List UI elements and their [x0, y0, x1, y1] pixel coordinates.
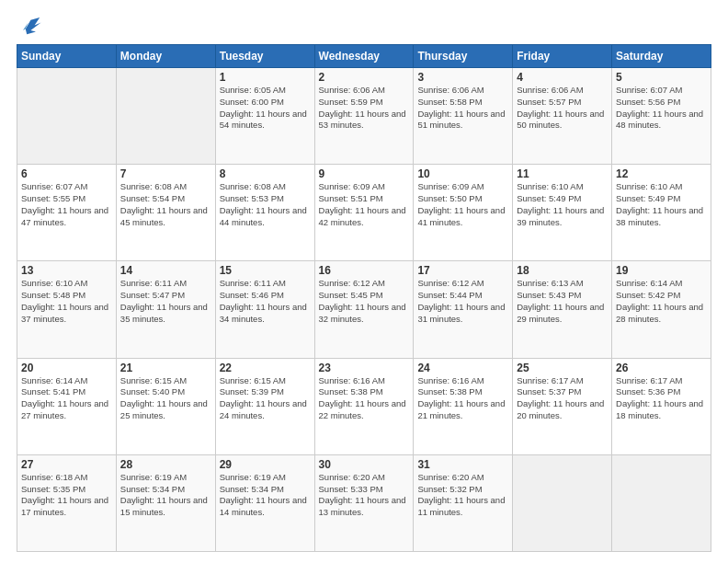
logo [17, 11, 46, 37]
calendar-cell: 10Sunrise: 6:09 AM Sunset: 5:50 PM Dayli… [414, 165, 513, 261]
day-info: Sunrise: 6:07 AM Sunset: 5:55 PM Dayligh… [21, 181, 112, 228]
day-number: 23 [319, 362, 410, 374]
calendar-cell: 18Sunrise: 6:13 AM Sunset: 5:43 PM Dayli… [513, 261, 612, 358]
calendar-cell: 15Sunrise: 6:11 AM Sunset: 5:46 PM Dayli… [215, 261, 314, 358]
day-number: 24 [417, 362, 508, 374]
day-info: Sunrise: 6:09 AM Sunset: 5:50 PM Dayligh… [417, 181, 508, 228]
day-number: 4 [517, 71, 608, 84]
day-info: Sunrise: 6:15 AM Sunset: 5:40 PM Dayligh… [120, 375, 211, 422]
calendar-cell: 9Sunrise: 6:09 AM Sunset: 5:51 PM Daylig… [314, 165, 414, 261]
calendar-cell: 2Sunrise: 6:06 AM Sunset: 5:59 PM Daylig… [314, 68, 414, 165]
day-info: Sunrise: 6:08 AM Sunset: 5:53 PM Dayligh… [220, 181, 311, 228]
day-number: 28 [120, 458, 211, 471]
day-info: Sunrise: 6:17 AM Sunset: 5:36 PM Dayligh… [616, 375, 707, 422]
day-number: 31 [417, 458, 508, 471]
calendar-cell: 20Sunrise: 6:14 AM Sunset: 5:41 PM Dayli… [17, 358, 117, 454]
calendar-body: 1Sunrise: 6:05 AM Sunset: 6:00 PM Daylig… [17, 68, 711, 552]
calendar-cell: 30Sunrise: 6:20 AM Sunset: 5:33 PM Dayli… [314, 454, 414, 551]
day-info: Sunrise: 6:06 AM Sunset: 5:58 PM Dayligh… [417, 85, 508, 132]
calendar-week-3: 13Sunrise: 6:10 AM Sunset: 5:48 PM Dayli… [17, 261, 711, 358]
calendar-week-1: 1Sunrise: 6:05 AM Sunset: 6:00 PM Daylig… [17, 68, 711, 165]
day-number: 14 [120, 264, 211, 277]
day-info: Sunrise: 6:16 AM Sunset: 5:38 PM Dayligh… [417, 375, 508, 422]
weekday-header-sunday: Sunday [17, 45, 117, 68]
day-info: Sunrise: 6:13 AM Sunset: 5:43 PM Dayligh… [517, 278, 608, 325]
calendar-week-5: 27Sunrise: 6:18 AM Sunset: 5:35 PM Dayli… [17, 454, 711, 551]
day-number: 12 [616, 167, 707, 180]
day-number: 1 [220, 71, 311, 84]
calendar-cell: 31Sunrise: 6:20 AM Sunset: 5:32 PM Dayli… [414, 454, 513, 551]
day-number: 30 [319, 458, 410, 471]
day-number: 10 [417, 167, 508, 180]
svg-marker-0 [26, 17, 41, 34]
calendar-cell [116, 68, 215, 165]
calendar-cell: 26Sunrise: 6:17 AM Sunset: 5:36 PM Dayli… [612, 358, 711, 454]
weekday-header-wednesday: Wednesday [314, 45, 414, 68]
day-number: 2 [319, 71, 410, 84]
calendar-cell: 7Sunrise: 6:08 AM Sunset: 5:54 PM Daylig… [116, 165, 215, 261]
calendar-cell: 8Sunrise: 6:08 AM Sunset: 5:53 PM Daylig… [215, 165, 314, 261]
day-number: 13 [21, 264, 112, 277]
weekday-header-monday: Monday [116, 45, 215, 68]
calendar-cell: 11Sunrise: 6:10 AM Sunset: 5:49 PM Dayli… [513, 165, 612, 261]
calendar-cell: 14Sunrise: 6:11 AM Sunset: 5:47 PM Dayli… [116, 261, 215, 358]
day-info: Sunrise: 6:10 AM Sunset: 5:49 PM Dayligh… [517, 181, 608, 228]
weekday-header-thursday: Thursday [414, 45, 513, 68]
calendar-cell: 29Sunrise: 6:19 AM Sunset: 5:34 PM Dayli… [215, 454, 314, 551]
calendar-cell [17, 68, 117, 165]
day-number: 20 [21, 362, 112, 374]
day-info: Sunrise: 6:20 AM Sunset: 5:33 PM Dayligh… [319, 472, 410, 519]
calendar-cell: 27Sunrise: 6:18 AM Sunset: 5:35 PM Dayli… [17, 454, 117, 551]
day-number: 15 [220, 264, 311, 277]
calendar-cell: 28Sunrise: 6:19 AM Sunset: 5:34 PM Dayli… [116, 454, 215, 551]
day-number: 21 [120, 362, 211, 374]
calendar-cell: 12Sunrise: 6:10 AM Sunset: 5:49 PM Dayli… [612, 165, 711, 261]
day-info: Sunrise: 6:11 AM Sunset: 5:47 PM Dayligh… [120, 278, 211, 325]
day-number: 25 [517, 362, 608, 374]
day-info: Sunrise: 6:09 AM Sunset: 5:51 PM Dayligh… [319, 181, 410, 228]
calendar-week-4: 20Sunrise: 6:14 AM Sunset: 5:41 PM Dayli… [17, 358, 711, 454]
calendar-cell: 25Sunrise: 6:17 AM Sunset: 5:37 PM Dayli… [513, 358, 612, 454]
calendar-cell: 4Sunrise: 6:06 AM Sunset: 5:57 PM Daylig… [513, 68, 612, 165]
calendar-cell: 22Sunrise: 6:15 AM Sunset: 5:39 PM Dayli… [215, 358, 314, 454]
day-info: Sunrise: 6:20 AM Sunset: 5:32 PM Dayligh… [417, 472, 508, 519]
calendar-cell [513, 454, 612, 551]
calendar-cell: 19Sunrise: 6:14 AM Sunset: 5:42 PM Dayli… [612, 261, 711, 358]
day-number: 5 [616, 71, 707, 84]
day-number: 17 [417, 264, 508, 277]
calendar-cell [612, 454, 711, 551]
calendar-cell: 21Sunrise: 6:15 AM Sunset: 5:40 PM Dayli… [116, 358, 215, 454]
day-number: 19 [616, 264, 707, 277]
calendar-cell: 5Sunrise: 6:07 AM Sunset: 5:56 PM Daylig… [612, 68, 711, 165]
day-number: 9 [319, 167, 410, 180]
day-number: 22 [220, 362, 311, 374]
day-info: Sunrise: 6:06 AM Sunset: 5:59 PM Dayligh… [319, 85, 410, 132]
day-number: 7 [120, 167, 211, 180]
calendar-cell: 3Sunrise: 6:06 AM Sunset: 5:58 PM Daylig… [414, 68, 513, 165]
day-number: 3 [417, 71, 508, 84]
day-info: Sunrise: 6:07 AM Sunset: 5:56 PM Dayligh… [616, 85, 707, 132]
day-info: Sunrise: 6:12 AM Sunset: 5:44 PM Dayligh… [417, 278, 508, 325]
day-info: Sunrise: 6:06 AM Sunset: 5:57 PM Dayligh… [517, 85, 608, 132]
weekday-header-friday: Friday [513, 45, 612, 68]
weekday-row: SundayMondayTuesdayWednesdayThursdayFrid… [17, 45, 711, 68]
calendar-cell: 6Sunrise: 6:07 AM Sunset: 5:55 PM Daylig… [17, 165, 117, 261]
logo-bird-icon [17, 11, 42, 37]
day-info: Sunrise: 6:05 AM Sunset: 6:00 PM Dayligh… [220, 85, 311, 132]
day-number: 6 [21, 167, 112, 180]
calendar: SundayMondayTuesdayWednesdayThursdayFrid… [17, 44, 711, 552]
day-info: Sunrise: 6:14 AM Sunset: 5:42 PM Dayligh… [616, 278, 707, 325]
day-number: 18 [517, 264, 608, 277]
day-info: Sunrise: 6:15 AM Sunset: 5:39 PM Dayligh… [220, 375, 311, 422]
day-info: Sunrise: 6:10 AM Sunset: 5:48 PM Dayligh… [21, 278, 112, 325]
day-info: Sunrise: 6:16 AM Sunset: 5:38 PM Dayligh… [319, 375, 410, 422]
day-info: Sunrise: 6:10 AM Sunset: 5:49 PM Dayligh… [616, 181, 707, 228]
header [17, 11, 711, 37]
day-number: 8 [220, 167, 311, 180]
weekday-header-saturday: Saturday [612, 45, 711, 68]
weekday-header-tuesday: Tuesday [215, 45, 314, 68]
day-info: Sunrise: 6:11 AM Sunset: 5:46 PM Dayligh… [220, 278, 311, 325]
day-info: Sunrise: 6:17 AM Sunset: 5:37 PM Dayligh… [517, 375, 608, 422]
day-info: Sunrise: 6:19 AM Sunset: 5:34 PM Dayligh… [220, 472, 311, 519]
day-info: Sunrise: 6:18 AM Sunset: 5:35 PM Dayligh… [21, 472, 112, 519]
